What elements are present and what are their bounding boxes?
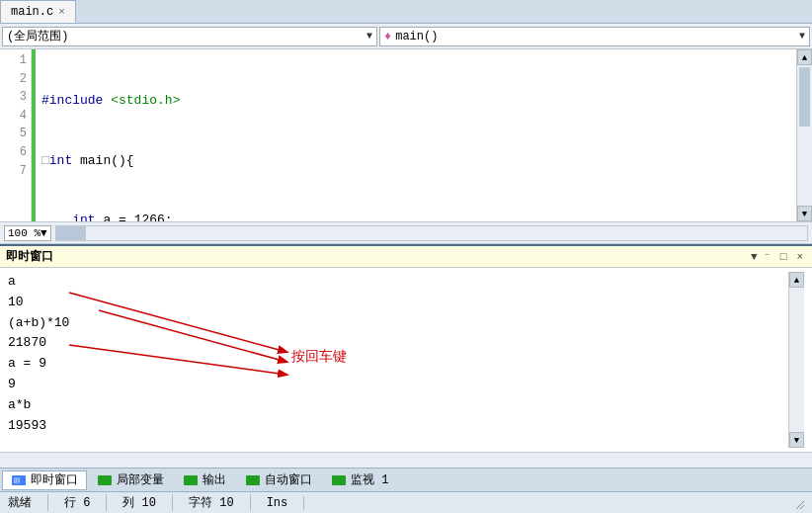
tab-output[interactable]: 输出	[174, 470, 235, 490]
immediate-output: a 10 (a+b)*10 21870 a = 9 9 a*b 19593	[8, 272, 788, 448]
svg-text:即: 即	[14, 477, 21, 484]
editor-footer: 100 % ▼	[0, 222, 812, 244]
immediate-tab-icon: 即	[11, 474, 27, 486]
float-button[interactable]: □	[777, 251, 790, 263]
tab-close-button[interactable]: ×	[58, 6, 65, 18]
tab-autowindow-label: 自动窗口	[265, 471, 312, 488]
locals-tab-icon	[97, 474, 113, 486]
status-ready: 就绪	[8, 494, 48, 511]
zoom-select[interactable]: 100 % ▼	[4, 225, 51, 241]
immediate-title: 即时窗口	[6, 248, 53, 265]
svg-rect-9	[332, 475, 346, 485]
svg-line-11	[800, 505, 804, 509]
tab-locals[interactable]: 局部变量	[88, 470, 173, 490]
function-dropdown[interactable]: ♦ main() ▼	[379, 27, 810, 46]
status-bar: 就绪 行 6 列 10 字符 10 Ins	[0, 491, 812, 513]
function-label: main()	[395, 30, 438, 43]
imm-vscroll-up[interactable]: ▲	[789, 272, 804, 288]
immediate-vscrollbar[interactable]: ▲ ▼	[788, 272, 804, 448]
zoom-arrow: ▼	[41, 227, 47, 239]
zoom-value: 100 %	[8, 227, 41, 239]
immediate-content[interactable]: a 10 (a+b)*10 21870 a = 9 9 a*b 19593	[0, 268, 812, 452]
status-char: 字符 10	[173, 494, 251, 511]
imm-vscroll-down[interactable]: ▼	[789, 432, 804, 448]
code-area[interactable]: 1 2 3 4 5 6 7 #include <stdio.h> □int ma…	[0, 49, 812, 222]
editor-vscrollbar[interactable]: ▲ ▼	[796, 49, 812, 221]
code-line-2: □int main(){	[41, 151, 790, 171]
editor-tab[interactable]: main.c ×	[0, 0, 76, 23]
tab-immediate[interactable]: 即 即时窗口	[2, 470, 87, 490]
svg-rect-7	[184, 475, 198, 485]
header-controls: ▼ ⁻ □ ×	[748, 250, 806, 263]
scope-dropdown-arrow: ▼	[366, 31, 372, 42]
svg-line-10	[796, 501, 804, 509]
hscroll-thumb[interactable]	[56, 226, 86, 240]
dropdown-bar: (全局范围) ▼ ♦ main() ▼	[0, 24, 812, 49]
immediate-header: 即时窗口 ▼ ⁻ □ ×	[0, 246, 812, 268]
tab-autowindow[interactable]: 自动窗口	[236, 470, 321, 490]
scope-label: (全局范围)	[7, 28, 68, 44]
editor-hscrollbar[interactable]	[55, 225, 808, 241]
tab-watch1-label: 监视 1	[351, 471, 388, 488]
immediate-panel: 即时窗口 ▼ ⁻ □ × a 10 (a+b)*10 21870 a = 9 9…	[0, 244, 812, 468]
tab-watch1[interactable]: 监视 1	[322, 470, 397, 490]
svg-rect-6	[98, 475, 112, 485]
output-tab-icon	[183, 474, 199, 486]
status-row: 行 6	[48, 494, 107, 511]
imm-vscroll-track[interactable]	[789, 288, 804, 432]
code-content[interactable]: #include <stdio.h> □int main(){ int a = …	[36, 49, 796, 221]
close-immediate-button[interactable]: ×	[793, 251, 806, 263]
status-col: 列 10	[107, 494, 173, 511]
svg-rect-8	[246, 475, 260, 485]
immediate-hscrollbar[interactable]	[0, 452, 812, 468]
code-line-3: int a = 1266;	[41, 211, 790, 221]
watch1-tab-icon	[331, 474, 347, 486]
vscroll-down-button[interactable]: ▼	[797, 206, 812, 221]
function-dropdown-arrow: ▼	[799, 31, 805, 42]
scope-dropdown[interactable]: (全局范围) ▼	[2, 27, 377, 46]
vscroll-track[interactable]	[797, 65, 812, 206]
tab-output-label: 输出	[203, 471, 226, 488]
bottom-tabs: 即 即时窗口 局部变量 输出 自动窗口 监视 1	[0, 468, 812, 491]
autowindow-tab-icon	[245, 474, 261, 486]
tab-immediate-label: 即时窗口	[31, 471, 78, 488]
status-mode: Ins	[251, 496, 305, 510]
vscroll-thumb[interactable]	[799, 67, 810, 127]
code-line-1: #include <stdio.h>	[41, 91, 790, 111]
line-numbers: 1 2 3 4 5 6 7	[0, 49, 32, 221]
vscroll-up-button[interactable]: ▲	[797, 49, 812, 65]
tab-filename: main.c	[11, 5, 53, 19]
tab-bar: main.c ×	[0, 0, 812, 24]
status-resize-grip	[792, 497, 804, 509]
pin-button[interactable]: ▼ ⁻	[748, 250, 773, 263]
function-icon: ♦	[384, 30, 391, 43]
tab-locals-label: 局部变量	[117, 471, 164, 488]
editor-panel: main.c × (全局范围) ▼ ♦ main() ▼ 1 2 3 4 5 6…	[0, 0, 812, 244]
